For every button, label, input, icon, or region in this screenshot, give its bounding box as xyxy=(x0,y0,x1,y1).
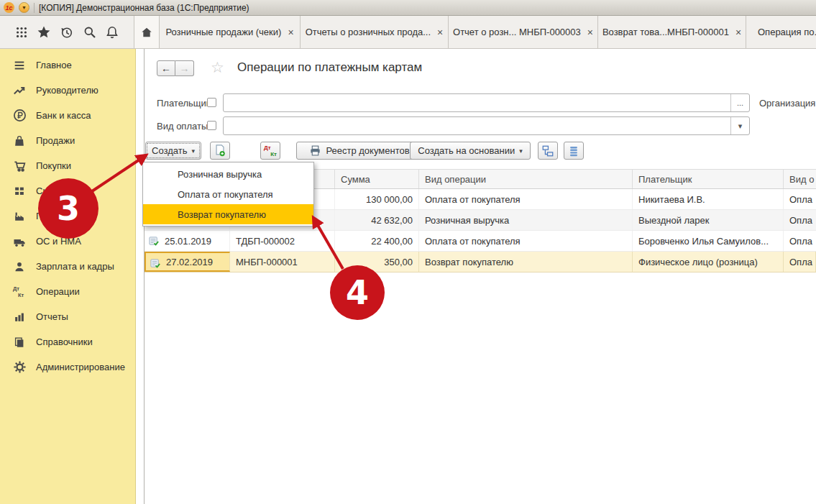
tab-label: Отчет о розн... МНБП-000003 xyxy=(453,27,581,37)
sidebar-item-purchases[interactable]: Покупки xyxy=(0,153,135,178)
payment-type-dropdown-button[interactable]: ▾ xyxy=(730,117,749,134)
cell-payment-type: Опла xyxy=(784,210,816,230)
cell-operation: Возврат покупателю xyxy=(419,252,633,272)
favorites-star-icon[interactable] xyxy=(35,24,52,41)
sidebar-item-label: Справочники xyxy=(36,336,93,347)
titlebar-separator xyxy=(34,3,35,13)
tab-retail-report-doc[interactable]: Отчет о розн... МНБП-000003 × xyxy=(449,16,598,48)
search-icon[interactable] xyxy=(81,24,98,41)
cell-payer: Никитаева И.В. xyxy=(633,189,784,209)
related-documents-icon xyxy=(541,145,554,157)
close-icon[interactable]: × xyxy=(288,27,293,37)
tab-label: Возврат това...МНБП-000001 xyxy=(602,27,729,37)
sidebar-item-main[interactable]: Главное xyxy=(0,52,135,78)
list-icon xyxy=(568,145,579,157)
sidebar-item-label: Банк и касса xyxy=(36,110,91,121)
tab-retail-reports[interactable]: Отчеты о розничных прода... × xyxy=(301,16,449,48)
close-icon[interactable]: × xyxy=(437,27,443,37)
column-header-payer[interactable]: Плательщик xyxy=(633,170,784,188)
svg-text:Дт: Дт xyxy=(13,285,19,292)
column-header-sum[interactable]: Сумма xyxy=(335,170,419,188)
table-row-selected[interactable]: 27.02.2019 МНБП-000001 350,00 Возврат по… xyxy=(145,252,816,272)
cell-operation: Розничная выручка xyxy=(419,210,633,230)
sidebar-item-operations[interactable]: ДтКт Операции xyxy=(0,279,135,304)
sidebar-item-administration[interactable]: Администрирование xyxy=(0,354,135,380)
sidebar-item-directories[interactable]: Справочники xyxy=(0,329,135,354)
notifications-bell-icon[interactable] xyxy=(104,24,121,41)
cell-payer: Физическое лицо (розница) xyxy=(633,252,784,272)
cell-payer: Выездной ларек xyxy=(633,210,784,230)
sidebar-item-label: Покупки xyxy=(36,160,71,171)
create-button[interactable]: Создать ▾ xyxy=(145,142,201,160)
documents-register-button[interactable]: Реестр документов xyxy=(296,142,423,160)
tab-card-operation[interactable]: Операция по... xyxy=(746,16,816,48)
apps-menu-icon[interactable] xyxy=(13,24,30,41)
sidebar-item-label: Зарплата и кадры xyxy=(36,261,114,272)
forward-button[interactable]: → xyxy=(175,60,194,76)
create-based-on-button[interactable]: Создать на основании ▾ xyxy=(410,142,531,160)
sidebar-item-sales[interactable]: Продажи xyxy=(0,128,135,153)
books-icon xyxy=(12,335,27,349)
tab-label: Операция по... xyxy=(758,27,816,37)
dt-kt-postings-icon: Дт Кт xyxy=(264,145,277,157)
tab-bar: Розничные продажи (чеки) × Отчеты о розн… xyxy=(0,16,816,49)
payment-type-filter-checkbox[interactable] xyxy=(207,121,216,130)
create-copy-button[interactable] xyxy=(210,142,230,160)
shopping-bag-icon xyxy=(12,134,27,148)
tab-retail-sales[interactable]: Розничные продажи (чеки) × xyxy=(160,16,301,48)
back-button[interactable]: ← xyxy=(157,60,175,76)
sidebar-item-payroll-hr[interactable]: Зарплата и кадры xyxy=(0,254,135,279)
posted-document-icon xyxy=(149,236,160,247)
person-icon xyxy=(12,260,27,274)
favorite-toggle-icon[interactable]: ☆ xyxy=(211,59,224,76)
menu-item-return-to-customer[interactable]: Возврат покупателю xyxy=(143,204,313,224)
payer-input[interactable] xyxy=(226,95,728,111)
bar-chart-icon xyxy=(12,310,27,324)
document-plus-icon xyxy=(214,144,226,157)
sidebar-item-label: Продажи xyxy=(36,135,75,146)
home-tab[interactable] xyxy=(134,16,160,48)
close-icon[interactable]: × xyxy=(587,27,593,37)
related-documents-button[interactable] xyxy=(538,142,558,160)
posted-document-icon xyxy=(150,258,161,269)
column-header-operation[interactable]: Вид операции xyxy=(419,170,633,188)
create-based-on-label: Создать на основании xyxy=(418,145,515,156)
section-sidebar: Главное Руководителю Банк и касса Продаж… xyxy=(0,49,136,504)
menu-item-payment-from-customer[interactable]: Оплата от покупателя xyxy=(143,184,313,204)
warehouse-grid-icon xyxy=(12,184,27,198)
window-title: [КОПИЯ] Демонстрационная база (1С:Предпр… xyxy=(39,3,249,13)
payer-picker-button[interactable]: ... xyxy=(730,94,749,111)
window-menu-button[interactable]: ▼ xyxy=(19,2,29,13)
documents-register-label: Реестр документов xyxy=(326,145,409,156)
printer-icon xyxy=(309,145,321,157)
show-postings-button[interactable]: Дт Кт xyxy=(260,142,280,160)
tab-label: Отчеты о розничных прода... xyxy=(306,27,431,37)
menu-item-retail-revenue[interactable]: Розничная выручка xyxy=(143,164,313,184)
close-icon[interactable]: × xyxy=(735,27,741,37)
dt-kt-icon: ДтКт xyxy=(12,285,27,299)
payment-type-filter-label: Вид оплаты: xyxy=(157,121,211,132)
shopping-cart-icon xyxy=(12,159,27,173)
gear-icon xyxy=(12,360,27,375)
payer-filter-checkbox[interactable] xyxy=(207,98,216,107)
organization-label: Организация: xyxy=(759,98,816,109)
sidebar-item-bank-cash[interactable]: Банк и касса xyxy=(0,103,135,128)
cell-payment-type: Опла xyxy=(784,231,816,251)
1c-logo-icon: 1с xyxy=(4,2,14,13)
truck-icon xyxy=(12,234,27,249)
history-icon[interactable] xyxy=(58,24,75,41)
payment-type-input[interactable] xyxy=(226,118,728,134)
column-header-payment-type[interactable]: Вид о xyxy=(784,170,816,188)
sidebar-item-reports[interactable]: Отчеты xyxy=(0,304,135,329)
tab-goods-return[interactable]: Возврат това...МНБП-000001 × xyxy=(598,16,746,48)
list-settings-button[interactable] xyxy=(564,142,584,160)
sidebar-item-manager[interactable]: Руководителю xyxy=(0,78,135,103)
payer-filter-field: ... xyxy=(223,93,750,112)
sidebar-item-label: Операции xyxy=(36,286,80,297)
cell-operation: Оплата от покупателя xyxy=(419,231,633,251)
table-row[interactable]: 25.01.2019 ТДБП-000002 22 400,00 Оплата … xyxy=(145,231,816,252)
quick-access-panel xyxy=(0,16,134,48)
cell-sum: 42 632,00 xyxy=(335,210,419,230)
trend-arrow-icon xyxy=(12,83,27,98)
create-button-label: Создать xyxy=(152,145,187,156)
